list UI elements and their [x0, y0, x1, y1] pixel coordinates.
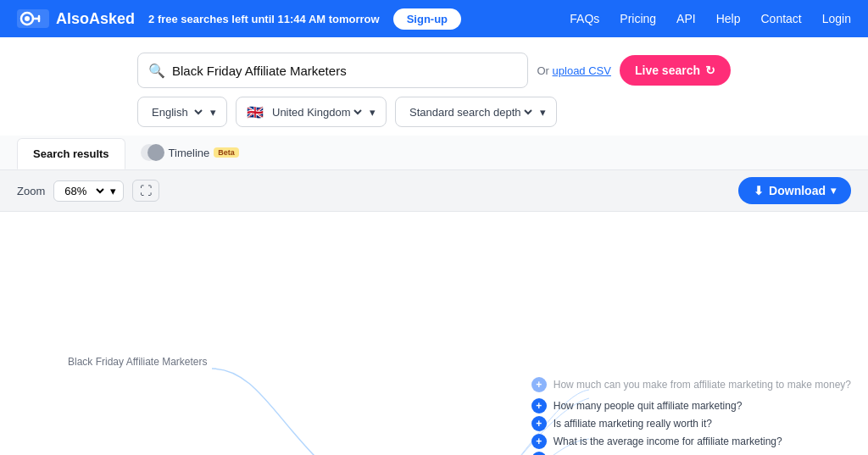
free-search-notice: 2 free searches left until 11:44 AM tomo… — [148, 13, 380, 25]
free-search-text: 2 free searches left until 11:44 AM tomo… — [148, 13, 380, 25]
zoom-label: Zoom — [17, 185, 45, 197]
logo-area: AlsoAsked — [17, 9, 135, 28]
upload-csv-text: Or upload CSV — [537, 64, 610, 77]
search-row: 🔍 Or upload CSV Live search ↻ — [137, 53, 731, 88]
filter-row: English French Spanish German ▾ 🇬🇧 Unite… — [137, 97, 731, 127]
toolbar-right: ⬇ Download ▾ — [738, 177, 851, 204]
signup-button[interactable]: Sign-up — [393, 8, 461, 30]
search-input-wrapper: 🔍 — [137, 53, 528, 88]
zoom-select[interactable]: 50% 68% 75% 100% 125% — [61, 184, 107, 198]
list-item: + Can you make a full time living with a… — [531, 452, 851, 455]
language-select[interactable]: English French Spanish German — [148, 105, 205, 119]
download-chevron-icon: ▾ — [831, 185, 836, 197]
fullscreen-button[interactable]: ⛶ — [132, 180, 159, 202]
svg-point-4 — [147, 144, 164, 161]
zoom-select-wrapper[interactable]: 50% 68% 75% 100% 125% ▾ — [53, 180, 124, 202]
fullscreen-icon: ⛶ — [140, 184, 152, 197]
expand-icon[interactable]: + — [531, 377, 547, 392]
depth-chevron-icon: ▾ — [540, 106, 546, 119]
search-icon: 🔍 — [148, 63, 165, 79]
expand-icon[interactable]: + — [531, 398, 547, 413]
tabs-bar: Search results Timeline Beta — [0, 136, 868, 170]
tab-timeline[interactable]: Timeline Beta — [125, 136, 254, 169]
language-chevron-icon: ▾ — [210, 106, 216, 119]
nav-contact[interactable]: Contact — [760, 12, 801, 25]
tab-search-results-label: Search results — [33, 147, 109, 160]
item-text: How many people quit affiliate marketing… — [554, 400, 743, 412]
canvas-area: Black Friday Affiliate Marketers Does af… — [0, 212, 868, 455]
nav-pricing[interactable]: Pricing — [620, 12, 656, 25]
list-item: + How much can you make from affiliate m… — [531, 377, 851, 392]
logo-icon — [17, 9, 49, 28]
nav-links: FAQs Pricing API Help Contact Login — [570, 12, 851, 25]
tab-timeline-label: Timeline — [169, 147, 210, 159]
toolbar: Zoom 50% 68% 75% 100% 125% ▾ ⛶ ⬇ Downloa… — [0, 170, 868, 212]
timeline-icon — [141, 144, 164, 161]
nav-api[interactable]: API — [676, 12, 696, 25]
logo-text: AlsoAsked — [56, 10, 135, 28]
item-text: What is the average income for affiliate… — [554, 436, 782, 447]
refresh-icon: ↻ — [705, 64, 715, 77]
navbar: AlsoAsked 2 free searches left until 11:… — [0, 0, 868, 37]
uk-flag-icon: 🇬🇧 — [247, 104, 264, 120]
beta-badge: Beta — [214, 147, 239, 158]
list-item: + How many people quit affiliate marketi… — [531, 398, 851, 413]
country-chevron-icon: ▾ — [370, 106, 376, 119]
expand-icon[interactable]: + — [531, 452, 547, 455]
live-search-button[interactable]: Live search ↻ — [620, 55, 731, 86]
svg-point-2 — [25, 16, 30, 21]
tab-search-results[interactable]: Search results — [17, 138, 125, 169]
list-item: + What is the average income for affilia… — [531, 434, 851, 449]
download-label: Download — [769, 184, 826, 197]
download-button[interactable]: ⬇ Download ▾ — [738, 177, 851, 204]
root-label: Black Friday Affiliate Marketers — [68, 356, 208, 368]
upload-csv-link[interactable]: upload CSV — [553, 64, 611, 77]
zoom-chevron-icon: ▾ — [110, 185, 116, 197]
list-item: + Is affiliate marketing really worth it… — [531, 416, 851, 431]
country-select[interactable]: United Kingdom United States Australia C… — [269, 105, 364, 119]
download-icon: ⬇ — [754, 184, 764, 197]
nav-faqs[interactable]: FAQs — [570, 12, 599, 25]
right-items-list: + How much can you make from affiliate m… — [531, 377, 851, 455]
live-search-label: Live search — [635, 64, 700, 77]
search-area: 🔍 Or upload CSV Live search ↻ English Fr… — [0, 37, 868, 136]
country-filter[interactable]: 🇬🇧 United Kingdom United States Australi… — [236, 97, 387, 127]
depth-select[interactable]: Standard search depth Deep search Shallo… — [406, 105, 535, 119]
nav-help[interactable]: Help — [716, 12, 741, 25]
search-input[interactable] — [172, 64, 517, 78]
expand-icon[interactable]: + — [531, 416, 547, 431]
depth-filter[interactable]: Standard search depth Deep search Shallo… — [395, 97, 557, 127]
item-text: How much can you make from affiliate mar… — [554, 379, 851, 391]
expand-icon[interactable]: + — [531, 434, 547, 449]
nav-login[interactable]: Login — [822, 12, 851, 25]
item-text: Is affiliate marketing really worth it? — [554, 418, 712, 430]
language-filter[interactable]: English French Spanish German ▾ — [137, 97, 227, 127]
upload-prefix: Or — [537, 64, 548, 77]
